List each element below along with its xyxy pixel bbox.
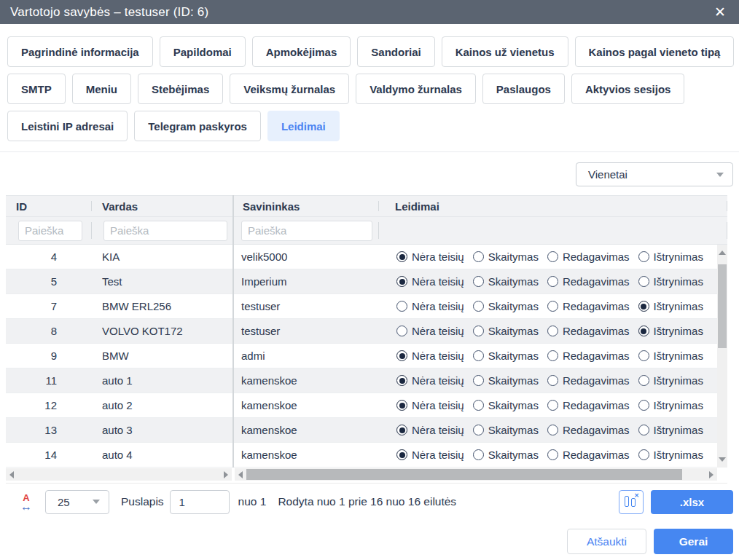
radio-label: Redagavimas (563, 300, 630, 312)
radio-option-i-trynimas[interactable]: Ištrynimas (638, 251, 703, 263)
cell-permissions: Nėra teisiųSkaitymasRedagavimasIštrynima… (379, 294, 717, 318)
tab-pagrindin-informacija[interactable]: Pagrindinė informacija (7, 36, 153, 67)
radio-option-n-ra-teisi[interactable]: Nėra teisių (396, 251, 464, 263)
radio-option-skaitymas[interactable]: Skaitymas (473, 275, 539, 288)
units-select[interactable]: Vienetai (576, 162, 733, 186)
radio-option-i-trynimas[interactable]: Ištrynimas (638, 300, 703, 312)
tab-sandoriai[interactable]: Sandoriai (357, 36, 434, 67)
radio-option-n-ra-teisi[interactable]: Nėra teisių (396, 424, 464, 436)
tab-leidimai[interactable]: Leidimai (267, 111, 340, 141)
radio-option-i-trynimas[interactable]: Ištrynimas (638, 424, 703, 436)
radio-label: Nėra teisių (412, 399, 464, 411)
horizontal-scrollbars (6, 468, 727, 484)
close-icon[interactable]: ✕ (711, 4, 729, 20)
horizontal-scrollbar-frozen[interactable] (6, 468, 232, 481)
tab-veiksm-urnalas[interactable]: Veiksmų žurnalas (230, 74, 349, 104)
radio-option-n-ra-teisi[interactable]: Nėra teisių (396, 300, 464, 312)
tab-apmok-jimas[interactable]: Apmokėjimas (252, 36, 351, 67)
radio-option-redagavimas[interactable]: Redagavimas (547, 374, 630, 387)
scroll-left-icon[interactable] (9, 471, 14, 478)
radio-option-n-ra-teisi[interactable]: Nėra teisių (396, 399, 464, 411)
scroll-down-icon[interactable] (719, 457, 726, 462)
tab-paslaugos[interactable]: Paslaugos (482, 74, 565, 104)
tab-meniu[interactable]: Meniu (72, 74, 131, 104)
cell-permissions: Nėra teisiųSkaitymasRedagavimasIštrynima… (379, 418, 717, 442)
radio-option-n-ra-teisi[interactable]: Nėra teisių (396, 325, 464, 337)
radio-option-i-trynimas[interactable]: Ištrynimas (638, 374, 703, 387)
radio-label: Nėra teisių (412, 424, 464, 436)
tab-kainos-u-vienetus[interactable]: Kainos už vienetus (442, 36, 568, 67)
tab-valdymo-urnalas[interactable]: Valdymo žurnalas (356, 74, 476, 104)
column-header-name[interactable]: Vardas (92, 196, 232, 216)
radio-option-redagavimas[interactable]: Redagavimas (547, 275, 630, 288)
radio-option-n-ra-teisi[interactable]: Nėra teisių (396, 449, 464, 461)
page-number-input[interactable] (170, 490, 230, 514)
page-size-select[interactable]: 25 (45, 490, 109, 514)
column-header-permissions[interactable]: Leidimai (379, 196, 727, 216)
tab-kainos-pagal-vieneto-tip[interactable]: Kainos pagal vieneto tipą (575, 36, 735, 67)
horizontal-scrollbar-main[interactable] (235, 468, 717, 481)
vertical-scrollbar-thumb[interactable] (718, 264, 727, 348)
horizontal-scrollbar-thumb[interactable] (246, 469, 682, 480)
search-input-id[interactable] (18, 221, 82, 241)
scroll-up-icon[interactable] (719, 251, 726, 255)
units-select-value: Vienetai (588, 168, 627, 181)
radio-option-n-ra-teisi[interactable]: Nėra teisių (396, 350, 464, 362)
radio-icon (638, 276, 649, 287)
radio-option-redagavimas[interactable]: Redagavimas (547, 424, 630, 436)
radio-option-i-trynimas[interactable]: Ištrynimas (638, 449, 703, 461)
tab-leistini-ip-adresai[interactable]: Leistini IP adresai (7, 111, 128, 141)
radio-label: Ištrynimas (654, 449, 703, 461)
radio-icon (547, 301, 558, 312)
tab-telegram-paskyros[interactable]: Telegram paskyros (134, 111, 261, 141)
cell-name: KIA (92, 245, 232, 269)
cell-owner: kamenskoe (232, 418, 379, 442)
radio-option-redagavimas[interactable]: Redagavimas (547, 350, 630, 362)
table-row: 4KIAvelik5000Nėra teisiųSkaitymasRedagav… (6, 245, 727, 269)
column-header-id[interactable]: ID (6, 196, 92, 216)
search-input-name[interactable] (103, 221, 227, 241)
tab-papildomai[interactable]: Papildomai (160, 36, 246, 67)
export-xlsx-button[interactable]: .xlsx (651, 490, 733, 514)
radio-option-i-trynimas[interactable]: Ištrynimas (638, 325, 703, 337)
radio-option-redagavimas[interactable]: Redagavimas (547, 251, 630, 263)
radio-option-skaitymas[interactable]: Skaitymas (473, 300, 539, 312)
radio-option-n-ra-teisi[interactable]: Nėra teisių (396, 374, 464, 387)
radio-option-skaitymas[interactable]: Skaitymas (473, 251, 539, 263)
cancel-button[interactable]: Atšaukti (567, 529, 646, 554)
radio-option-redagavimas[interactable]: Redagavimas (547, 325, 630, 337)
radio-icon (638, 301, 649, 312)
column-header-owner[interactable]: Savininkas (232, 196, 379, 216)
columns-toggle-button[interactable]: ✕ (619, 490, 644, 514)
radio-option-skaitymas[interactable]: Skaitymas (473, 325, 539, 337)
radio-label: Skaitymas (488, 449, 539, 461)
table-row: 7BMW ERL256testuserNėra teisiųSkaitymasR… (6, 294, 727, 319)
ok-button[interactable]: Gerai (654, 529, 733, 554)
tab-smtp[interactable]: SMTP (7, 74, 66, 104)
scroll-right-icon[interactable] (709, 471, 713, 478)
cell-owner: kamenskoe (232, 368, 379, 393)
scroll-left-icon[interactable] (238, 471, 243, 478)
cell-name: auto 3 (92, 418, 232, 442)
radio-option-redagavimas[interactable]: Redagavimas (547, 399, 630, 411)
radio-icon (396, 425, 407, 435)
scroll-right-icon[interactable] (224, 471, 228, 478)
cell-id: 7 (6, 294, 92, 318)
radio-option-skaitymas[interactable]: Skaitymas (473, 449, 539, 461)
cell-id: 12 (6, 393, 92, 417)
radio-option-skaitymas[interactable]: Skaitymas (473, 424, 539, 436)
radio-option-redagavimas[interactable]: Redagavimas (547, 300, 630, 312)
radio-option-redagavimas[interactable]: Redagavimas (547, 449, 630, 461)
tab-steb-jimas[interactable]: Stebėjimas (138, 74, 223, 104)
search-input-owner[interactable] (241, 221, 372, 241)
tab-aktyvios-sesijos[interactable]: Aktyvios sesijos (571, 74, 685, 104)
radio-option-i-trynimas[interactable]: Ištrynimas (638, 399, 703, 411)
radio-option-skaitymas[interactable]: Skaitymas (473, 350, 539, 362)
fit-width-icon[interactable]: A ↔ (17, 494, 35, 510)
radio-option-n-ra-teisi[interactable]: Nėra teisių (396, 275, 464, 288)
radio-option-skaitymas[interactable]: Skaitymas (473, 399, 539, 411)
radio-option-skaitymas[interactable]: Skaitymas (473, 374, 539, 387)
radio-option-i-trynimas[interactable]: Ištrynimas (638, 275, 703, 288)
vertical-scrollbar[interactable] (717, 245, 727, 468)
radio-option-i-trynimas[interactable]: Ištrynimas (638, 350, 703, 362)
